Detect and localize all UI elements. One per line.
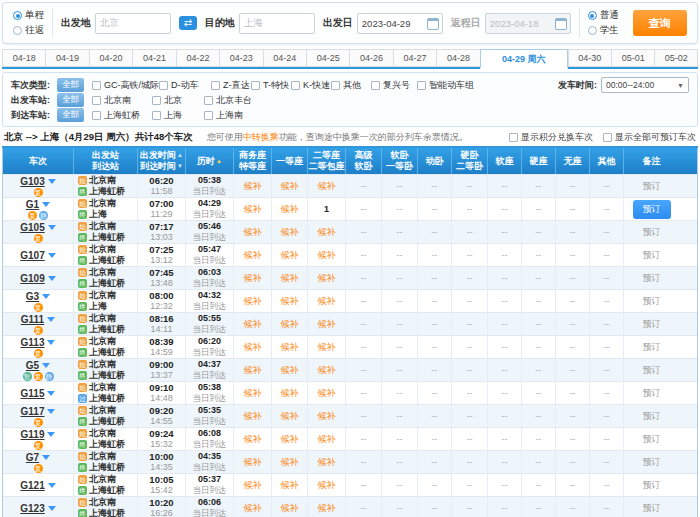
seat-availability[interactable]: 候补 — [244, 181, 262, 192]
seat-availability[interactable]: 候补 — [244, 296, 262, 307]
column-header[interactable]: 出发时间▲到达时间▼ — [137, 148, 185, 174]
expand-train-icon[interactable] — [47, 391, 55, 396]
seat-availability[interactable]: 候补 — [281, 365, 299, 376]
seat-availability[interactable]: 候补 — [244, 503, 262, 514]
filter-option[interactable]: 其他 — [331, 79, 371, 92]
seat-availability[interactable]: 候补 — [281, 342, 299, 353]
swap-stations-icon[interactable]: ⇄ — [179, 16, 197, 30]
checkbox-icon[interactable] — [204, 111, 213, 120]
seat-availability[interactable]: 候补 — [281, 273, 299, 284]
seat-availability[interactable]: 候补 — [281, 503, 299, 514]
checkbox-icon[interactable] — [92, 81, 101, 90]
date-tab[interactable]: 04-26 — [349, 49, 392, 67]
seat-availability[interactable]: 候补 — [244, 227, 262, 238]
seat-availability[interactable]: 候补 — [281, 411, 299, 422]
train-number-link[interactable]: G111 — [21, 314, 44, 325]
checkbox-icon[interactable] — [152, 111, 161, 120]
date-tab[interactable]: 04-23 — [219, 49, 262, 67]
date-tab-selected[interactable]: 04-29 周六 — [480, 49, 568, 69]
seat-availability[interactable]: 候补 — [244, 250, 262, 261]
train-number-link[interactable]: G7 — [26, 452, 39, 463]
adult-radio[interactable]: 普通 — [588, 9, 619, 22]
expand-train-icon[interactable] — [47, 432, 55, 437]
round-trip-radio[interactable]: 往返 — [13, 24, 44, 37]
depart-time-select[interactable]: 00:00--24:00 ▼ — [601, 77, 689, 93]
filter-option[interactable]: 上海南 — [204, 109, 244, 122]
column-header[interactable]: 历时▲ — [185, 148, 233, 174]
seat-availability[interactable]: 候补 — [281, 457, 299, 468]
date-tab[interactable]: 04-21 — [132, 49, 175, 67]
depart-date-input[interactable]: 2023-04-29 — [357, 13, 443, 34]
seat-availability[interactable]: 候补 — [318, 388, 336, 399]
book-button[interactable]: 预订 — [633, 200, 671, 219]
radio-icon[interactable] — [13, 26, 22, 35]
date-tab[interactable]: 04-19 — [45, 49, 88, 67]
seat-availability[interactable]: 候补 — [318, 319, 336, 330]
train-number-link[interactable]: G113 — [21, 337, 45, 348]
seat-availability[interactable]: 候补 — [318, 503, 336, 514]
seat-availability[interactable]: 候补 — [244, 434, 262, 445]
seat-availability[interactable]: 候补 — [244, 273, 262, 284]
to-input[interactable]: 上海 — [239, 13, 315, 34]
train-number-link[interactable]: G5 — [26, 360, 39, 371]
date-tab[interactable]: 04-18 — [2, 49, 45, 67]
train-number-link[interactable]: G117 — [21, 406, 45, 417]
expand-train-icon[interactable] — [42, 294, 50, 299]
seat-availability[interactable]: 候补 — [318, 365, 336, 376]
seat-availability[interactable]: 候补 — [318, 227, 336, 238]
seat-availability[interactable]: 候补 — [244, 204, 262, 215]
seat-availability[interactable]: 候补 — [318, 273, 336, 284]
calendar-icon[interactable] — [427, 18, 439, 30]
checkbox-icon[interactable] — [92, 96, 101, 105]
expand-train-icon[interactable] — [48, 506, 56, 511]
expand-train-icon[interactable] — [42, 202, 50, 207]
checkbox-icon[interactable] — [603, 133, 612, 142]
filter-option[interactable]: K-快速 — [291, 79, 331, 92]
expand-train-icon[interactable] — [42, 363, 50, 368]
seat-availability[interactable]: 候补 — [318, 457, 336, 468]
date-tab[interactable]: 04-27 — [393, 49, 436, 67]
train-number-link[interactable]: G119 — [21, 429, 45, 440]
seat-availability[interactable]: 候补 — [318, 411, 336, 422]
filter-option[interactable]: GC-高铁/城际 — [92, 79, 159, 92]
filter-option[interactable]: 北京 — [152, 94, 204, 107]
seat-availability[interactable]: 候补 — [318, 434, 336, 445]
date-tab[interactable]: 04-24 — [263, 49, 306, 67]
one-way-radio[interactable]: 单程 — [13, 9, 44, 22]
transfer-link[interactable]: 中转换乘 — [243, 132, 279, 142]
train-number-link[interactable]: G3 — [26, 291, 39, 302]
train-number-link[interactable]: G1 — [26, 199, 39, 210]
expand-train-icon[interactable] — [48, 483, 56, 488]
date-tab[interactable]: 05-02 — [654, 49, 697, 67]
seat-availability[interactable]: 候补 — [244, 319, 262, 330]
checkbox-icon[interactable] — [152, 96, 161, 105]
seat-availability[interactable]: 候补 — [281, 434, 299, 445]
train-number-link[interactable]: G123 — [20, 503, 44, 514]
seat-availability[interactable]: 候补 — [281, 181, 299, 192]
filter-option[interactable]: T-特快 — [251, 79, 291, 92]
seat-availability[interactable]: 候补 — [244, 388, 262, 399]
seat-availability[interactable]: 候补 — [244, 411, 262, 422]
student-radio[interactable]: 学生 — [588, 24, 619, 37]
filter-option[interactable]: 复兴号 — [371, 79, 417, 92]
date-tab[interactable]: 04-28 — [436, 49, 479, 67]
expand-train-icon[interactable] — [42, 455, 50, 460]
filter-option[interactable]: 上海虹桥 — [92, 109, 152, 122]
checkbox-icon[interactable] — [204, 96, 213, 105]
train-number-link[interactable]: G115 — [21, 388, 45, 399]
seat-availability[interactable]: 候补 — [281, 296, 299, 307]
all-badge[interactable]: 全部 — [57, 93, 84, 107]
checkbox-icon[interactable] — [509, 133, 518, 142]
radio-icon[interactable] — [588, 26, 597, 35]
seat-availability[interactable]: 候补 — [244, 480, 262, 491]
sort-asc-icon[interactable]: ▲ — [177, 150, 183, 161]
expand-train-icon[interactable] — [48, 276, 56, 281]
train-number-link[interactable]: G107 — [20, 250, 44, 261]
date-tab[interactable]: 04-22 — [176, 49, 219, 67]
date-tab[interactable]: 04-25 — [306, 49, 349, 67]
expand-train-icon[interactable] — [48, 253, 56, 258]
date-tab[interactable]: 04-20 — [89, 49, 132, 67]
seat-availability[interactable]: 候补 — [318, 342, 336, 353]
show-points-checkbox[interactable]: 显示积分兑换车次 — [509, 131, 593, 144]
train-number-link[interactable]: G121 — [20, 480, 44, 491]
